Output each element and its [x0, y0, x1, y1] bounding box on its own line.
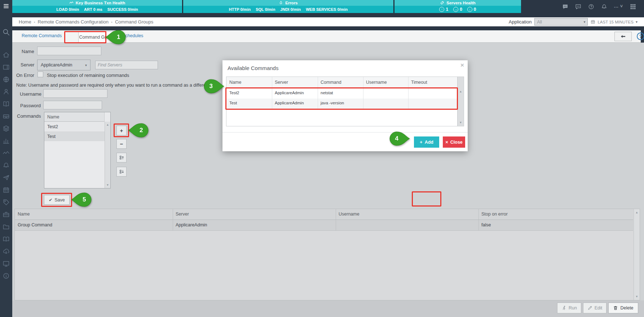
command-list-item[interactable]: Test2 [44, 122, 105, 131]
sidebar-item-activity[interactable] [3, 149, 10, 157]
sidebar-item-tag[interactable] [3, 199, 10, 206]
sidebar-item-bell[interactable] [3, 162, 10, 169]
menu-icon[interactable] [3, 3, 10, 9]
sidebar-item-cloud-download[interactable] [3, 248, 10, 255]
modal-footer: +Add ×Close [222, 132, 468, 151]
scroll-up-icon[interactable]: ▲ [458, 90, 464, 93]
username-input[interactable] [43, 89, 107, 98]
move-up-icon [119, 155, 124, 160]
tab-schedules[interactable]: Schedules [122, 33, 143, 38]
users-icon [3, 88, 10, 95]
help-icon[interactable] [588, 4, 594, 10]
servers-health-panel[interactable]: Servers Health ↑1 →0 ↓0 [394, 0, 521, 13]
breadcrumb-home[interactable]: Home [19, 19, 31, 25]
sidebar-item-search[interactable] [2, 28, 10, 36]
run-icon [561, 305, 566, 311]
bell-icon[interactable] [601, 4, 607, 10]
modal-table-header: Name Server Command Username Timeout [226, 77, 457, 88]
run-button[interactable]: Run [557, 303, 581, 313]
breadcrumb-command-groups[interactable]: Command Groups [115, 19, 153, 25]
stop-execution-checkbox[interactable] [38, 71, 43, 77]
modal-close-button[interactable]: ×Close [443, 136, 465, 148]
dropdown-arrow-icon: ▾ [583, 20, 585, 24]
modal-add-button[interactable]: +Add [414, 136, 439, 148]
home-icon [3, 51, 10, 58]
modal-close-icon[interactable]: × [460, 62, 464, 69]
metric-jndi: JNDI 0/min [280, 7, 301, 12]
back-button[interactable] [614, 32, 632, 41]
sidebar-item-send[interactable] [3, 174, 10, 181]
send-icon [3, 174, 10, 181]
available-command-row[interactable]: Test2 ApplicareAdmin netstat [226, 88, 457, 99]
tab-command-groups[interactable]: Command Groups [78, 31, 117, 43]
sidebar-item-server[interactable] [3, 113, 10, 120]
grid-scrollbar[interactable]: ▲ ▼ [634, 209, 640, 300]
sidebar-item-calendar[interactable] [3, 186, 10, 194]
sidebar-item-monitor[interactable] [3, 260, 10, 267]
scroll-up-icon[interactable]: ▲ [105, 123, 110, 126]
application-select[interactable]: All▾ [534, 18, 588, 26]
arrow-up-circle-icon: ↑ [439, 7, 444, 12]
x-icon: × [445, 139, 448, 145]
command-list-item[interactable]: Test [44, 131, 105, 141]
scroll-up-icon[interactable]: ▲ [634, 211, 640, 214]
sidebar-item-folder[interactable] [3, 223, 10, 230]
scroll-down-icon[interactable]: ▼ [105, 183, 110, 187]
sidebar-item-layers[interactable] [3, 125, 10, 132]
sidebar-item-book[interactable] [3, 100, 10, 108]
arrow-down-circle-icon: ↓ [467, 7, 472, 12]
scroll-down-icon[interactable]: ▼ [634, 295, 640, 298]
modal-table-scrollbar[interactable]: ▲ ▼ [457, 77, 464, 126]
sidebar-item-globe[interactable] [3, 76, 10, 83]
plus-icon: + [420, 139, 423, 145]
sidebar-item-users[interactable] [3, 88, 10, 95]
activity-icon [3, 149, 10, 157]
group-command-row[interactable]: Group Command ApplicareAdmin false [15, 220, 633, 231]
monitor-icon [3, 260, 10, 267]
panel-title: Errors [285, 1, 298, 5]
breadcrumb-remote-commands-configuration[interactable]: Remote Commands Configuration [38, 19, 109, 25]
open-book-icon [3, 235, 10, 243]
tab-remote-commands[interactable]: Remote Commands [22, 33, 62, 38]
sidebar-item-info[interactable] [3, 272, 10, 279]
metric-http: HTTP 0/min [229, 7, 251, 12]
chat-filled-icon[interactable] [562, 4, 568, 10]
server-label: Server [21, 62, 34, 68]
password-input[interactable] [43, 101, 102, 109]
panel-title: Servers Health [446, 1, 476, 5]
calendar-icon [3, 186, 10, 194]
commands-list-header: Name [44, 112, 105, 122]
delete-button[interactable]: Delete [608, 303, 638, 313]
chat-outline-icon[interactable] [575, 4, 581, 10]
health-summary-bar: Key Business Txn Health LOAD 0/min ART 0… [12, 0, 521, 13]
edit-button[interactable]: Edit [583, 303, 606, 313]
sidebar-item-app-window[interactable] [3, 64, 10, 71]
find-servers-input[interactable] [95, 61, 158, 69]
grid-footer: Run Edit Delete [12, 300, 644, 317]
key-business-txn-health-panel[interactable]: Key Business Txn Health LOAD 0/min ART 0… [12, 0, 182, 13]
move-down-button[interactable] [116, 167, 127, 177]
save-button[interactable]: ✔ Save [44, 195, 70, 205]
pencil-icon [587, 305, 592, 311]
sidebar-item-bar-chart[interactable] [3, 137, 10, 144]
help-button[interactable]: ? [637, 32, 644, 40]
server-select[interactable]: ApplicareAdmin▾ [37, 60, 91, 70]
sidebar-item-briefcase[interactable] [3, 211, 10, 218]
scroll-down-icon[interactable]: ▼ [458, 121, 464, 124]
more-icon[interactable]: ... ˅ [614, 4, 623, 10]
time-range-selector[interactable]: LAST 15 MINUTES▾ [591, 19, 638, 24]
errors-panel[interactable]: Errors HTTP 0/min SQL 0/min JNDI 0/min W… [183, 0, 393, 13]
grid-icon[interactable] [630, 4, 636, 10]
move-up-button[interactable] [116, 153, 127, 162]
sidebar-item-home[interactable] [3, 51, 10, 58]
remove-command-button[interactable]: − [116, 139, 127, 149]
sidebar-item-open-book[interactable] [3, 235, 10, 243]
tag-icon [3, 199, 10, 206]
commands-list-scrollbar[interactable]: ▲ ▼ [105, 122, 110, 188]
password-label: Password [20, 103, 41, 108]
info-icon [3, 272, 10, 279]
available-command-row[interactable]: Test ApplicareAdmin java -version [226, 99, 457, 109]
group-name-input[interactable] [37, 47, 101, 55]
add-command-button[interactable]: + [116, 126, 127, 135]
fire-icon [279, 1, 283, 5]
